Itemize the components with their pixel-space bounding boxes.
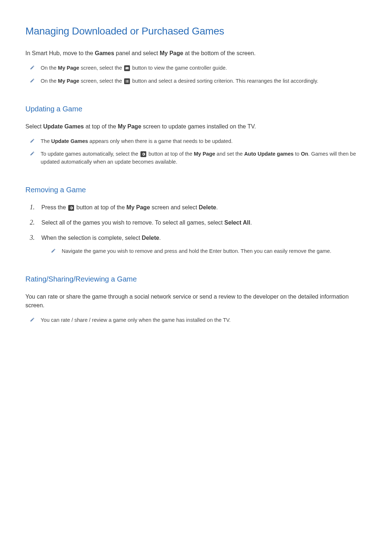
mypage-term: My Page — [194, 151, 215, 157]
on-term: On — [301, 151, 308, 157]
page-title: Managing Downloaded or Purchased Games — [25, 24, 367, 39]
svg-rect-3 — [126, 81, 128, 81]
text: . — [250, 219, 252, 226]
intro-notes: On the My Page screen, select the button… — [25, 64, 367, 85]
section-heading-rating: Rating/Sharing/Reviewing a Game — [25, 274, 367, 284]
sub-note-list: Navigate the game you wish to remove and… — [41, 247, 367, 255]
text: Select — [25, 123, 43, 130]
section-heading-removing: Removing a Game — [25, 184, 367, 195]
note-item: Navigate the game you wish to remove and… — [53, 247, 367, 255]
sec1-paragraph: Select Update Games at top of the My Pag… — [25, 122, 367, 131]
auto-update-term: Auto Update games — [244, 151, 294, 157]
text: button and select a desired sorting crit… — [131, 78, 318, 84]
step-number: 2. — [30, 218, 35, 227]
gear-icon — [68, 205, 74, 211]
note-item: The Update Games appears only when there… — [32, 138, 367, 145]
text: . — [159, 235, 161, 241]
pen-icon — [30, 78, 35, 83]
svg-rect-0 — [126, 80, 126, 81]
note-item: You can rate / share / review a game onl… — [32, 316, 367, 324]
list-icon — [124, 78, 130, 84]
text: Select all of the games you wish to remo… — [41, 219, 224, 226]
text: screen, select the — [79, 65, 123, 71]
mypage-term: My Page — [58, 65, 79, 71]
text: The — [41, 138, 51, 144]
text: at top of the — [84, 123, 118, 130]
text: appears only when there is a game that n… — [88, 138, 233, 144]
pen-icon — [51, 248, 56, 253]
text: In Smart Hub, move to the — [25, 50, 95, 56]
games-term: Games — [95, 50, 114, 56]
text: and set the — [215, 151, 244, 157]
text: screen and select — [150, 204, 199, 210]
sec3-notes: You can rate / share / review a game onl… — [25, 316, 367, 324]
delete-term: Delete — [199, 204, 216, 210]
text: at the bottom of the screen. — [183, 50, 256, 56]
text: You can rate / share / review a game onl… — [41, 317, 230, 323]
intro-paragraph: In Smart Hub, move to the Games panel an… — [25, 49, 367, 58]
select-all-term: Select All — [224, 219, 250, 226]
text: When the selection is complete, select — [41, 235, 142, 241]
mypage-term: My Page — [118, 123, 141, 130]
section-heading-updating: Updating a Game — [25, 103, 367, 114]
mypage-term: My Page — [126, 204, 150, 210]
step-number: 1. — [30, 202, 35, 212]
sec1-notes: The Update Games appears only when there… — [25, 138, 367, 166]
step-2: 2. Select all of the games you wish to r… — [32, 218, 367, 227]
text: panel and select — [114, 50, 160, 56]
text: On the — [41, 78, 58, 84]
sec2-steps: 1. Press the button at top of the My Pag… — [25, 203, 367, 255]
text: button at top of the — [147, 151, 194, 157]
delete-term: Delete — [142, 235, 159, 241]
step-number: 3. — [30, 233, 35, 243]
text: . — [216, 204, 218, 210]
gear-icon — [140, 151, 146, 157]
text: button at top of the — [75, 204, 126, 210]
text: Press the — [41, 204, 68, 210]
svg-rect-1 — [126, 80, 128, 81]
note-item: On the My Page screen, select the button… — [32, 64, 367, 72]
text: screen, select the — [79, 78, 123, 84]
text: to — [294, 151, 301, 157]
pen-icon — [30, 151, 35, 156]
text: screen to update games installed on the … — [141, 123, 256, 130]
svg-rect-4 — [126, 82, 126, 82]
text: button to view the game controller guide… — [131, 65, 227, 71]
mypage-term: My Page — [58, 78, 79, 84]
pen-icon — [30, 317, 35, 322]
text: Navigate the game you wish to remove and… — [62, 248, 331, 254]
step-1: 1. Press the button at top of the My Pag… — [32, 203, 367, 212]
svg-rect-2 — [126, 81, 126, 81]
sec3-paragraph: You can rate or share the game through a… — [25, 292, 367, 310]
step-3: 3. When the selection is complete, selec… — [32, 234, 367, 255]
update-games-term: Update Games — [51, 138, 88, 144]
update-games-term: Update Games — [43, 123, 84, 130]
text: To update games automatically, select th… — [41, 151, 140, 157]
pen-icon — [30, 65, 35, 70]
text: On the — [41, 65, 58, 71]
note-item: To update games automatically, select th… — [32, 150, 367, 166]
mypage-term: My Page — [160, 50, 183, 56]
gamepad-icon — [124, 65, 130, 71]
pen-icon — [30, 138, 35, 143]
svg-rect-5 — [126, 82, 128, 82]
note-item: On the My Page screen, select the button… — [32, 77, 367, 85]
